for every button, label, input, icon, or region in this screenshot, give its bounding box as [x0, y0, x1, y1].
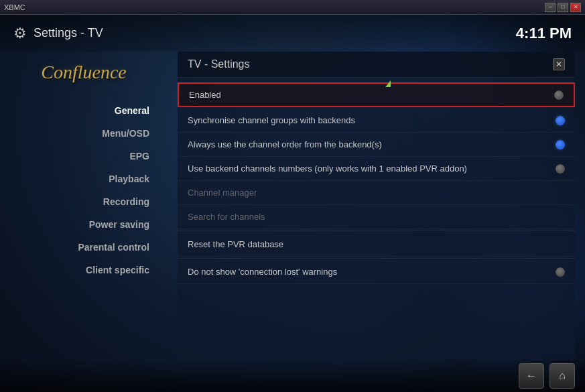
setting-label-channel-manager: Channel manager — [188, 188, 257, 198]
title-bar: XBMC ─ □ ✕ — [0, 0, 585, 15]
clock-display: 4:11 PM — [516, 25, 572, 42]
sidebar-item-playback[interactable]: Playback — [0, 168, 157, 190]
close-button[interactable]: ✕ — [570, 3, 581, 12]
setting-label-search-channels: Search for channels — [188, 212, 265, 222]
panel-title: TV - Settings — [188, 58, 249, 70]
setting-label-connection-lost: Do not show 'connection lost' warnings — [188, 267, 337, 277]
toggle-sync-channel-groups[interactable] — [556, 116, 565, 125]
main-content: Confluence General Menu/OSD EPG Playback… — [0, 52, 585, 358]
divider — [178, 231, 575, 231]
gear-icon: ⚙ — [13, 25, 27, 42]
back-button[interactable]: ← — [519, 363, 544, 389]
logo-area: Confluence — [38, 58, 130, 86]
setting-row-search-channels: Search for channels — [178, 205, 575, 229]
logo: Confluence — [41, 62, 127, 82]
sidebar-item-power-saving[interactable]: Power saving — [0, 214, 157, 235]
divider-2 — [178, 258, 575, 259]
title-bar-buttons: ─ □ ✕ — [545, 3, 581, 12]
sidebar-item-client-specific[interactable]: Client specific — [0, 259, 157, 281]
toggle-channel-order[interactable] — [556, 140, 565, 149]
toggle-enabled[interactable] — [554, 90, 564, 100]
setting-row-reset-pvr[interactable]: Reset the PVR database — [178, 233, 575, 257]
title-bar-text: XBMC — [4, 3, 25, 11]
header-left: ⚙ Settings - TV — [13, 25, 103, 42]
sidebar-item-menu-osd[interactable]: Menu/OSD — [0, 123, 157, 144]
minimize-button[interactable]: ─ — [545, 3, 556, 12]
sidebar-nav: General Menu/OSD EPG Playback Recording … — [0, 100, 168, 281]
panel-header: TV - Settings ✕ — [178, 52, 575, 78]
sidebar-item-parental-control[interactable]: Parental control — [0, 237, 157, 258]
app-container: ⚙ Settings - TV 4:11 PM Confluence Gener… — [0, 15, 585, 392]
setting-label-reset-pvr: Reset the PVR database — [188, 239, 283, 249]
toggle-connection-lost[interactable] — [556, 267, 565, 277]
sidebar-item-general[interactable]: General — [0, 100, 157, 121]
setting-label-enabled: Enabled — [189, 90, 221, 100]
setting-row-channel-order[interactable]: Always use the channel order from the ba… — [178, 133, 575, 157]
panel-close-button[interactable]: ✕ — [553, 58, 565, 70]
setting-label-channel-order: Always use the channel order from the ba… — [188, 139, 382, 149]
sidebar-item-recording[interactable]: Recording — [0, 191, 157, 212]
sidebar-item-epg[interactable]: EPG — [0, 145, 157, 167]
setting-label-backend-channel-numbers: Use backend channels numbers (only works… — [188, 164, 467, 174]
page-title: Settings - TV — [34, 26, 103, 40]
header-bar: ⚙ Settings - TV 4:11 PM — [0, 15, 585, 52]
bottom-bar: ← ⌂ — [0, 360, 585, 392]
setting-row-sync-channel-groups[interactable]: Synchronise channel groups with backends — [178, 109, 575, 133]
setting-label-sync-channel-groups: Synchronise channel groups with backends — [188, 115, 355, 125]
settings-panel: TV - Settings ✕ Enabled Synchronise chan… — [178, 52, 575, 358]
toggle-backend-channel-numbers[interactable] — [556, 164, 565, 174]
settings-list: Enabled Synchronise channel groups with … — [178, 78, 575, 287]
home-button[interactable]: ⌂ — [549, 363, 575, 389]
sidebar: Confluence General Menu/OSD EPG Playback… — [0, 52, 168, 358]
setting-row-enabled[interactable]: Enabled — [178, 82, 575, 107]
setting-row-channel-manager: Channel manager — [178, 181, 575, 205]
setting-row-backend-channel-numbers[interactable]: Use backend channels numbers (only works… — [178, 157, 575, 181]
setting-row-connection-lost[interactable]: Do not show 'connection lost' warnings — [178, 260, 575, 284]
maximize-button[interactable]: □ — [558, 3, 568, 12]
